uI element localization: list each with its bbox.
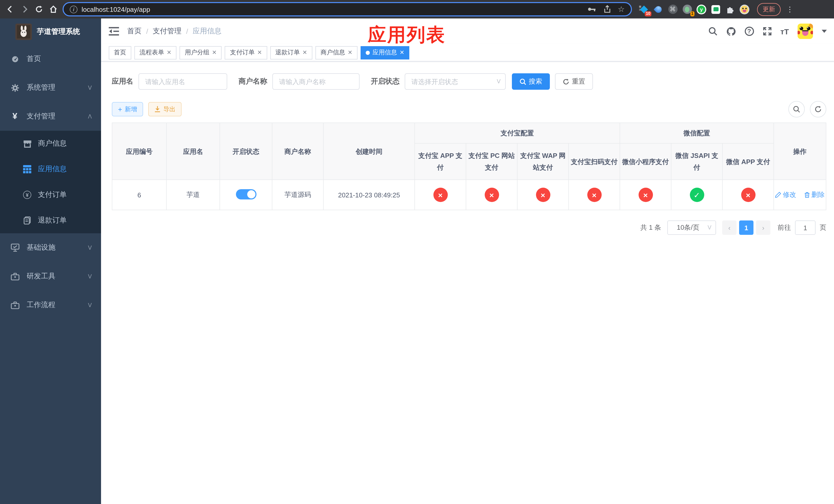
col-app-name: 应用名	[167, 123, 220, 180]
site-info-icon[interactable]: i	[70, 5, 78, 13]
chevron-down-icon: ᐯ	[88, 302, 92, 308]
close-icon[interactable]: ✕	[167, 49, 171, 56]
export-button[interactable]: 导出	[148, 102, 181, 116]
logo-avatar	[15, 23, 32, 40]
extension-command-icon[interactable]: ⌘	[668, 4, 678, 14]
help-icon[interactable]: ?	[745, 27, 754, 36]
browser-toolbar: i localhost:1024/pay/app ☆ 10 ⌘	[0, 0, 834, 19]
tab-home[interactable]: 首页	[109, 46, 131, 59]
home-icon[interactable]	[48, 4, 59, 14]
tab-refund-order[interactable]: 退款订单✕	[270, 46, 312, 59]
table-search-icon[interactable]	[788, 101, 805, 117]
extension-camera-icon[interactable]: 1	[682, 4, 692, 14]
chrome-menu-icon[interactable]: ⋮	[786, 5, 793, 13]
delete-link[interactable]: 删除	[804, 190, 825, 200]
close-icon[interactable]: ✕	[302, 49, 307, 56]
merchant-name-label: 商户名称	[239, 77, 267, 86]
caret-down-icon[interactable]	[822, 30, 827, 33]
close-icon[interactable]: ✕	[212, 49, 216, 56]
app-name-label: 应用名	[112, 77, 133, 86]
profile-avatar[interactable]	[740, 4, 749, 14]
page-size-select[interactable]: 10条/页 ᐯ	[667, 221, 716, 235]
table-refresh-icon[interactable]	[810, 101, 826, 117]
url-text[interactable]: localhost:1024/pay/app	[82, 5, 583, 13]
sidebar-item-merchant-info[interactable]: 商户信息	[0, 131, 101, 156]
tab-merchant-info[interactable]: 商户信息✕	[315, 46, 357, 59]
logo[interactable]: 芋道管理系统	[0, 19, 101, 45]
cell-app-id: 6	[112, 180, 167, 210]
sidebar-item-system[interactable]: 系统管理 ᐯ	[0, 73, 101, 102]
close-icon[interactable]: ✕	[348, 49, 352, 56]
toolbox-icon	[10, 273, 20, 280]
chevron-down-icon: ᐯ	[88, 273, 92, 280]
app-name-input[interactable]	[138, 73, 227, 90]
address-bar[interactable]: i localhost:1024/pay/app ☆	[63, 2, 632, 17]
chevron-down-icon: ᐯ	[707, 225, 711, 231]
col-group-wechat: 微信配置	[620, 123, 774, 143]
extension-yuque-icon[interactable]: y	[697, 4, 706, 14]
page-content: 应用名 商户名称 开启状态 ᐯ	[101, 62, 834, 504]
table-row: 6 芋道 芋道源码 2021-10-23 08:49:25 × × × × ×	[112, 180, 826, 210]
sidebar-item-refund-order[interactable]: 退款订单	[0, 208, 101, 233]
search-icon[interactable]	[708, 27, 717, 36]
extension-balloon-icon[interactable]	[654, 4, 663, 14]
collapse-sidebar-icon[interactable]	[109, 27, 119, 36]
grid-icon	[23, 165, 32, 173]
col-wx-jsapi: 微信 JSAPI 支付	[671, 143, 722, 180]
font-size-icon[interactable]: ᴛT	[781, 27, 789, 36]
col-status: 开启状态	[220, 123, 272, 180]
col-group-alipay: 支付宝配置	[415, 123, 620, 143]
chrome-update-button[interactable]: 更新	[757, 3, 781, 16]
forward-icon[interactable]	[20, 4, 30, 14]
sidebar: 芋道管理系统 首页 系统管理 ᐯ ¥ 支付管理 ᐱ	[0, 19, 101, 504]
bookmark-star-icon[interactable]: ☆	[618, 5, 625, 14]
sidebar-item-pay-order[interactable]: ¥ 支付订单	[0, 182, 101, 208]
fullscreen-icon[interactable]	[763, 27, 772, 36]
extension-chat-icon[interactable]	[711, 4, 721, 14]
extension-diamond-icon[interactable]: 10	[639, 4, 649, 14]
current-page-button[interactable]: 1	[739, 221, 753, 235]
reload-icon[interactable]	[34, 4, 44, 14]
sidebar-item-app-info[interactable]: 应用信息	[0, 156, 101, 182]
sidebar-item-label: 支付订单	[38, 190, 67, 200]
sidebar-item-label: 退款订单	[38, 216, 67, 225]
tab-app-info[interactable]: 应用信息✕	[360, 46, 409, 59]
search-button[interactable]: 搜索	[512, 73, 550, 90]
sidebar-item-label: 支付管理	[27, 112, 56, 121]
tab-user-group[interactable]: 用户分组✕	[179, 46, 222, 59]
extension-icons: 10 ⌘ 1 y 更新 ⋮	[639, 3, 793, 16]
col-merchant: 商户名称	[272, 123, 323, 180]
share-icon[interactable]	[603, 5, 611, 13]
sidebar-item-home[interactable]: 首页	[0, 45, 101, 73]
tab-pay-order[interactable]: 支付订单✕	[225, 46, 267, 59]
tab-process-form[interactable]: 流程表单✕	[134, 46, 176, 59]
next-page-button[interactable]: ›	[756, 221, 770, 235]
status-select[interactable]	[405, 73, 506, 90]
edit-link[interactable]: 修改	[775, 190, 796, 200]
close-icon[interactable]: ✕	[399, 49, 404, 56]
status-toggle[interactable]	[236, 189, 256, 200]
reset-button[interactable]: 重置	[555, 73, 593, 90]
breadcrumb-pay[interactable]: 支付管理	[153, 27, 181, 36]
password-key-icon[interactable]	[587, 6, 596, 12]
prev-page-button[interactable]: ‹	[722, 221, 737, 235]
sidebar-item-infra[interactable]: 基础设施 ᐯ	[0, 233, 101, 262]
coin-yen-icon: ¥	[23, 191, 32, 199]
wx-mini-status-icon: ×	[638, 188, 653, 202]
close-icon[interactable]: ✕	[257, 49, 262, 56]
col-created: 创建时间	[323, 123, 415, 180]
extensions-puzzle-icon[interactable]	[725, 4, 735, 14]
user-avatar[interactable]	[797, 24, 813, 39]
col-actions: 操作	[774, 123, 826, 180]
goto-page-input[interactable]	[795, 221, 815, 235]
sidebar-item-devtools[interactable]: 研发工具 ᐯ	[0, 262, 101, 291]
merchant-name-input[interactable]	[272, 73, 359, 90]
sidebar-item-workflow[interactable]: 工作流程 ᐯ	[0, 291, 101, 319]
sidebar-item-pay[interactable]: ¥ 支付管理 ᐱ	[0, 102, 101, 131]
add-button[interactable]: +新增	[112, 102, 143, 116]
github-icon[interactable]	[726, 27, 736, 36]
breadcrumb-home[interactable]: 首页	[127, 27, 141, 36]
back-icon[interactable]	[5, 4, 15, 14]
sidebar-item-label: 基础设施	[27, 243, 56, 252]
viewport: i localhost:1024/pay/app ☆ 10 ⌘	[0, 0, 834, 504]
